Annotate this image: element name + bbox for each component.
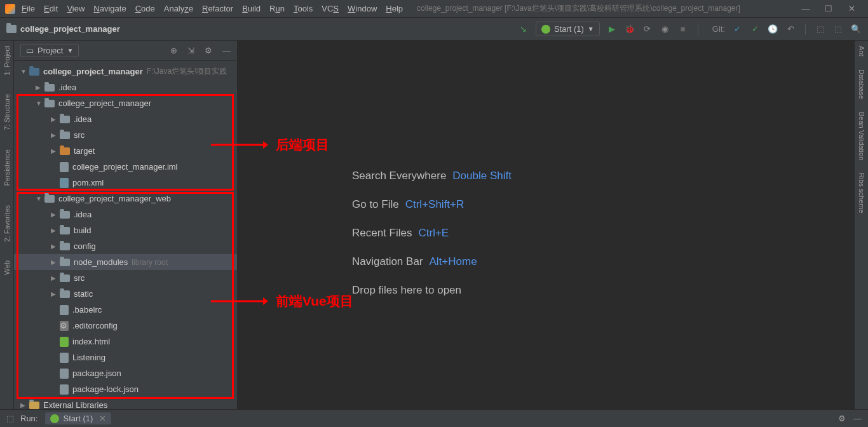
gutter-structure[interactable]: 7: Structure [3, 94, 11, 130]
breadcrumb[interactable]: college_project_manager [20, 24, 120, 34]
hide-panel-icon[interactable]: — [853, 414, 862, 423]
hint-navbar: Navigation Bar [352, 255, 423, 268]
menu-vcs[interactable]: VCS [322, 4, 339, 13]
tree-indexhtml[interactable]: index.html [14, 334, 237, 349]
run-label: Run: [20, 414, 37, 423]
run-play-icon[interactable]: ▶ [606, 24, 618, 35]
welcome-hints: Search EverywhereDouble Shift Go to File… [352, 161, 512, 304]
run-tab[interactable]: Start (1) ✕ [45, 412, 111, 424]
menu-analyze[interactable]: Analyze [164, 4, 193, 13]
annotation-arrow-backend: 后端项目 [211, 136, 329, 154]
chevron-down-icon: ▼ [67, 47, 73, 54]
run-tab-label: Start (1) [63, 414, 93, 423]
tree-editorconfig[interactable]: ⚙.editorconfig [14, 318, 237, 334]
project-path: college_project_manager [F:\Java烂笔头\项目实践… [417, 3, 740, 14]
tree-root[interactable]: ▼ college_project_manager F:\Java烂笔头\项目实… [14, 64, 237, 79]
hint-recent: Recent Files [352, 227, 412, 239]
folder-icon [6, 25, 17, 33]
svg-marker-3 [263, 297, 268, 305]
git-commit-icon[interactable]: ✓ [749, 24, 761, 35]
editor-area[interactable]: 后端项目 前端Vue项目 Search EverywhereDouble Shi… [238, 41, 854, 409]
coverage-icon[interactable]: ⟳ [642, 24, 653, 35]
svg-marker-1 [263, 141, 268, 149]
gear-icon[interactable]: ⚙ [838, 414, 846, 423]
spring-icon [50, 414, 59, 423]
project-tree[interactable]: ▼ college_project_manager F:\Java烂笔头\项目实… [14, 61, 237, 409]
sidebar-header: ▭ Project ▼ ⊕ ⇲ ⚙ — [14, 41, 237, 61]
gutter-favorites[interactable]: 2: Favorites [3, 205, 11, 241]
hint-search-key: Double Shift [452, 170, 512, 182]
git-pull-icon[interactable]: ✓ [731, 24, 743, 35]
locate-icon[interactable]: ⊕ [170, 46, 177, 55]
tree-pom[interactable]: pom.xml [14, 175, 237, 191]
project-view-label: Project [37, 46, 63, 55]
tree-config[interactable]: ▶config [14, 238, 237, 254]
tree-build[interactable]: ▶build [14, 222, 237, 238]
tree-target[interactable]: ▶target [14, 143, 237, 159]
tree-idea1[interactable]: ▶.idea [14, 79, 237, 95]
hint-search: Search Everywhere [352, 170, 446, 182]
ide-settings-icon[interactable]: ⬚ [815, 24, 826, 35]
annotation-label-frontend: 前端Vue项目 [276, 292, 353, 310]
project-sidebar: ▭ Project ▼ ⊕ ⇲ ⚙ — ▼ college_project_ma… [14, 41, 238, 409]
hint-recent-key: Ctrl+E [418, 227, 449, 239]
close-tab-icon[interactable]: ✕ [99, 414, 106, 423]
gutter-ribs[interactable]: Ribs scheme [858, 173, 865, 214]
tree-src2[interactable]: ▶src [14, 270, 237, 286]
tree-src1[interactable]: ▶src [14, 127, 237, 143]
gutter-bean-validation[interactable]: Bean Validation [858, 112, 865, 160]
minimize-icon[interactable]: — [794, 4, 817, 13]
tree-nodemodules[interactable]: ▶node_moduleslibrary root [14, 254, 237, 270]
hint-navbar-key: Alt+Home [430, 255, 477, 268]
tree-external-libs[interactable]: ▶External Libraries [14, 397, 237, 409]
debug-bug-icon[interactable]: 🐞 [624, 24, 635, 35]
tree-packagejson[interactable]: package.json [14, 365, 237, 381]
menu-refactor[interactable]: Refactor [202, 4, 233, 13]
search-icon[interactable]: 🔍 [850, 24, 862, 35]
project-view-icon: ▭ [26, 46, 34, 55]
maximize-icon[interactable]: ☐ [817, 4, 840, 13]
ide-structure-icon[interactable]: ⬚ [832, 24, 844, 35]
git-revert-icon[interactable]: ↶ [785, 24, 796, 35]
menu-edit[interactable]: Edit [44, 4, 58, 13]
profiler-icon[interactable]: ◉ [660, 24, 671, 35]
close-icon[interactable]: ✕ [840, 4, 863, 13]
gutter-database[interactable]: Database [858, 69, 865, 99]
tree-static[interactable]: ▶static [14, 286, 237, 302]
status-bar: ⬚ Run: Start (1) ✕ ⚙ — [0, 409, 868, 427]
hint-gotofile-key: Ctrl+Shift+R [405, 198, 465, 210]
gear-icon[interactable]: ⚙ [205, 46, 212, 55]
gutter-project[interactable]: 1: Project [3, 46, 11, 75]
menu-view[interactable]: View [67, 4, 85, 13]
hammer-build-icon[interactable]: ↘ [518, 24, 529, 35]
tool-window-button-icon[interactable]: ⬚ [6, 414, 14, 423]
run-configuration-dropdown[interactable]: Start (1) ▼ [536, 22, 600, 36]
menu-window[interactable]: Window [348, 4, 377, 13]
tree-listening[interactable]: Listening [14, 349, 237, 365]
menu-code[interactable]: Code [135, 4, 155, 13]
annotation-arrow-frontend: 前端Vue项目 [211, 292, 353, 310]
menu-navigate[interactable]: Navigate [93, 4, 126, 13]
menu-tools[interactable]: Tools [294, 4, 313, 13]
tree-module-frontend[interactable]: ▼college_project_manager_web [14, 191, 237, 207]
gutter-persistence[interactable]: Persistence [3, 149, 11, 186]
tree-idea3[interactable]: ▶.idea [14, 207, 237, 222]
tree-module-backend[interactable]: ▼college_project_manager [14, 95, 237, 111]
git-history-icon[interactable]: 🕓 [767, 24, 778, 35]
tree-iml[interactable]: college_project_manager.iml [14, 159, 237, 175]
stop-icon[interactable]: ■ [677, 24, 689, 35]
menu-run[interactable]: Run [269, 4, 285, 13]
gutter-ant[interactable]: Ant [858, 46, 865, 57]
hide-icon[interactable]: — [222, 46, 231, 55]
project-view-dropdown[interactable]: ▭ Project ▼ [20, 44, 79, 57]
menu-file[interactable]: File [22, 4, 35, 13]
menu-help[interactable]: Help [386, 4, 403, 13]
tree-idea2[interactable]: ▶.idea [14, 111, 237, 127]
hint-gotofile: Go to File [352, 198, 399, 210]
right-tool-gutter: Ant Database Bean Validation Ribs scheme [854, 41, 868, 409]
expand-all-icon[interactable]: ⇲ [187, 46, 194, 55]
tree-packagelockjson[interactable]: package-lock.json [14, 381, 237, 397]
tree-babelrc[interactable]: .babelrc [14, 302, 237, 318]
menu-build[interactable]: Build [242, 4, 261, 13]
gutter-web[interactable]: Web [3, 261, 11, 274]
